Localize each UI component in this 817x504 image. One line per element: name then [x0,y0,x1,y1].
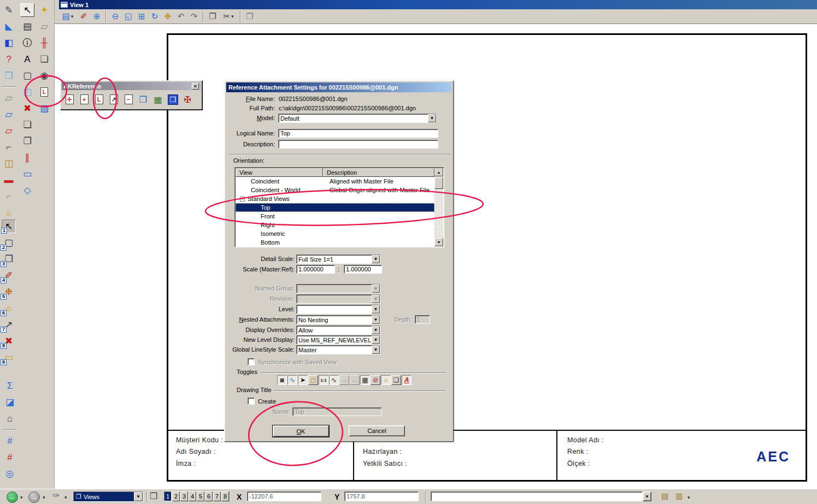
orientation-row-front[interactable]: − Front [236,212,434,221]
rotate-view-icon[interactable]: ↻ [149,10,161,22]
display-overrides-select[interactable]: Allow ▼ [296,325,380,335]
dialog-titlebar[interactable]: Reference Attachment Settings for 002215… [226,82,451,92]
toggle-plot-icon[interactable]: ❏ [391,375,401,385]
hatch-area-icon[interactable]: ▨ [37,102,51,115]
tool-7-window-icon[interactable]: ↗7 [2,318,16,331]
description-input[interactable] [279,140,438,148]
chevron-down-icon[interactable]: ▼ [372,346,380,354]
view-number-button[interactable]: 7 [213,491,221,501]
akreference-titlebar[interactable]: AKReference × [62,82,201,90]
grid-on-icon[interactable]: # [3,434,17,448]
view-window-titlebar[interactable]: View 1 [59,0,817,9]
ak-attach-icon[interactable]: + [78,93,91,106]
global-linestyle-scale-select[interactable]: Master ▼ [296,345,380,354]
orientation-row-bottom[interactable]: − Bottom [236,238,434,246]
red-slab-icon[interactable]: ▬ [2,173,16,187]
element-info-icon[interactable]: ⓘ [20,36,34,50]
update-view-icon[interactable]: ✐ [78,10,90,22]
view-number-button[interactable]: 5 [197,491,204,501]
view-pin-icon[interactable]: ✑ [52,490,60,501]
tool-6-bulb-icon[interactable]: ☼6 [2,301,16,315]
toggle-no-raster-icon[interactable]: ⊘ [371,375,380,385]
tool-icon[interactable] [2,86,16,87]
pencil-cup-icon[interactable]: ✎ [2,3,16,17]
move-fence-icon[interactable]: ▭ [20,167,34,181]
render-mode-icon[interactable]: ❒ [244,10,256,22]
column-header-view[interactable]: View [236,168,323,177]
tool-5-palette-icon[interactable]: ❉5 [2,285,16,299]
view-number-button[interactable]: 3 [180,491,188,501]
chevron-down-icon[interactable]: ▼ [372,255,380,263]
ak-reference-settings-icon[interactable]: ▦ [151,93,164,106]
window-area-icon[interactable]: ◱ [122,10,134,22]
slab2-icon[interactable]: ▱ [37,20,51,33]
pipe-bend-icon[interactable]: ⌐ [2,140,16,154]
chevron-down-icon[interactable]: ▼ [428,114,436,122]
grid-off-icon[interactable]: # [3,450,17,464]
view-tool-icon[interactable] [105,11,107,22]
zoom-in-icon[interactable]: ⊕ [91,10,103,22]
slab-blue-icon[interactable]: ▱ [2,108,16,121]
attach-reference-icon[interactable]: L [37,85,51,99]
toggle-snap-icon[interactable]: ∿ [287,375,297,385]
keyin-dropdown-icon[interactable]: ▾ [687,495,690,500]
freeform-shape-icon[interactable]: ⌂ [3,412,17,425]
cascade-views-icon[interactable]: ❐ [150,491,157,501]
column-header-description[interactable]: Description [323,168,434,177]
toggle-display-icon[interactable]: ◙ [277,375,287,385]
scroll-down-icon[interactable]: ▼ [434,238,443,246]
keyin-input[interactable] [431,492,642,501]
split-window-icon[interactable]: ◫ [2,157,16,170]
chevron-down-icon[interactable]: ▼ [134,492,143,501]
query-bucket-icon[interactable]: ? [2,52,16,66]
toggle-lights-icon[interactable]: ☼ [381,375,391,385]
fence-copy-icon[interactable]: ❏ [37,52,51,66]
orientation-row-right[interactable]: − Right [236,221,434,229]
bulb-elbow-icon[interactable]: ☼ [2,206,16,220]
ok-button[interactable]: OK [273,425,329,437]
copy-solid-icon[interactable]: ❐ [20,134,34,148]
scroll-up-icon[interactable]: ▲ [434,168,443,176]
element-selection-icon[interactable]: ↖ [20,3,34,17]
red-fence-icon[interactable]: ╫ [37,36,51,50]
views-select[interactable]: ❐Views ▼ [73,491,143,502]
chevron-down-icon[interactable]: ▼ [372,336,380,344]
tool-2-fence-icon[interactable]: ▢2 [2,236,16,250]
toggle-clip-icon[interactable]: ◻ [308,375,318,385]
donut-icon[interactable]: ◎ [3,467,17,481]
fence-icon[interactable]: ▢ [20,69,34,82]
bulb-wire-icon[interactable]: ✦ [37,3,51,17]
back-dropdown-icon[interactable]: ▾ [20,495,23,500]
view-previous-icon[interactable]: ↶ [175,10,187,22]
tree-collapse-icon[interactable]: − [240,197,245,201]
view-attributes-icon[interactable]: ▤ [59,10,77,22]
copy-window-icon[interactable]: ◧ [2,36,16,50]
toggle-raster-icon[interactable]: ▦ [360,375,370,385]
x-coordinate-input[interactable] [248,492,321,501]
view-number-button[interactable]: 4 [189,491,196,501]
ak-detach-reference-icon[interactable]: − [122,93,135,106]
tool-icon[interactable] [3,429,17,430]
forward-button[interactable]: → [28,491,40,503]
open-cube-icon[interactable]: ◰ [20,85,34,99]
clip-volume-icon[interactable]: ✂ [220,10,237,22]
delete-element-icon[interactable]: ✖ [20,102,34,115]
toggle-level-a-icon[interactable]: A [402,375,412,385]
y-coordinate-input[interactable] [345,492,418,501]
detail-scale-select[interactable]: Full Size 1=1 ▼ [296,254,380,264]
orientation-row-coincident[interactable]: − Coincident Aligned with Master File [236,177,434,186]
view-number-button[interactable]: 1 [164,491,172,501]
ak-copy-reference-icon[interactable]: ❐ [137,93,150,106]
orientation-row-standard-views[interactable]: − Standard Views [236,194,434,203]
tool-4-change-icon[interactable]: ✐4 [2,269,16,282]
view-tool-icon[interactable] [240,11,241,22]
copy-dashed-icon[interactable]: ❏ [20,118,34,132]
zoom-out-icon[interactable]: ⊖ [109,10,121,22]
fit-view-icon[interactable]: ⊞ [136,10,148,22]
ak-move-reference-icon[interactable]: ↗ [107,93,120,106]
fill-bucket-icon[interactable]: ◣ [2,20,16,33]
close-icon[interactable]: × [192,83,199,90]
view-number-button[interactable]: 8 [221,491,229,501]
chevron-down-icon[interactable]: ▼ [372,305,380,313]
keyin-search-icon[interactable]: ▥ [675,491,683,500]
